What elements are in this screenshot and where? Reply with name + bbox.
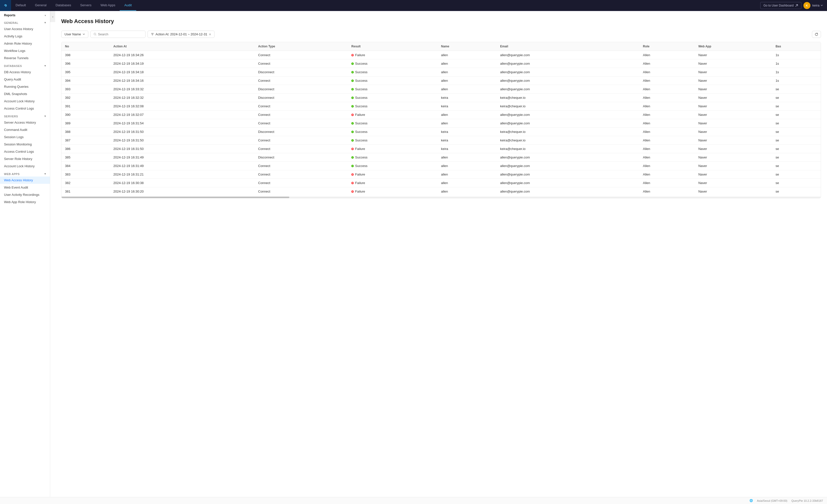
- result-badge: ✓Success: [351, 70, 434, 74]
- sidebar-item-activity-logs[interactable]: Activity Logs: [0, 33, 50, 40]
- sidebar-item-reverse-tunnels[interactable]: Reverse Tunnels: [0, 54, 50, 62]
- search-input[interactable]: [98, 32, 142, 36]
- failure-icon: ✕: [351, 182, 354, 184]
- result-badge: ✕Failure: [351, 189, 434, 193]
- cell-action-type: Disconnect: [255, 128, 348, 136]
- cell-web-app: Naver: [695, 136, 772, 145]
- cell-role: Allen: [639, 170, 695, 179]
- sidebar-item-db-access-control-logs[interactable]: Access Control Logs: [0, 105, 50, 112]
- failure-icon: ✕: [351, 54, 354, 56]
- cell-web-app: Naver: [695, 68, 772, 76]
- nav-tab-databases[interactable]: Databases: [51, 0, 76, 11]
- refresh-button[interactable]: [812, 31, 821, 38]
- cell-result: ✓Success: [348, 153, 437, 162]
- cell-email: allen@querypie.com: [496, 187, 639, 196]
- sidebar-item-session-logs[interactable]: Session Logs: [0, 133, 50, 141]
- cell-web-app: Naver: [695, 76, 772, 85]
- sidebar-item-srv-access-control-logs[interactable]: Access Control Logs: [0, 148, 50, 155]
- table-row: 381 2024-12-19 16:30:20 Connect ✕Failure…: [61, 187, 821, 196]
- sidebar-item-running-queries[interactable]: Running Queries: [0, 83, 50, 90]
- sidebar-item-web-event-audit[interactable]: Web Event Audit: [0, 184, 50, 191]
- sidebar-item-query-audit[interactable]: Query Audit: [0, 76, 50, 83]
- cell-bas: se: [772, 119, 821, 128]
- go-dashboard-button[interactable]: Go to User Dashboard: [760, 2, 801, 9]
- result-badge: ✓Success: [351, 62, 434, 65]
- sidebar-item-srv-account-lock-history[interactable]: Account Lock History: [0, 163, 50, 170]
- table-body: 398 2024-12-19 16:34:26 Connect ✕Failure…: [61, 51, 821, 196]
- success-icon: ✓: [351, 71, 354, 73]
- cell-action-at: 2024-12-19 16:31:50: [110, 128, 255, 136]
- result-badge: ✓Success: [351, 87, 434, 91]
- table-row: 395 2024-12-19 16:34:18 Disconnect ✓Succ…: [61, 68, 821, 76]
- col-web-app: Web App: [695, 42, 772, 51]
- sidebar-item-db-access-history[interactable]: DB Access History: [0, 68, 50, 76]
- cell-role: Allen: [639, 187, 695, 196]
- scrollbar-thumb[interactable]: [61, 197, 289, 198]
- cell-bas: se: [772, 179, 821, 187]
- cell-no: 396: [61, 59, 110, 68]
- cell-name: keira: [438, 136, 496, 145]
- sidebar-item-workflow-logs[interactable]: Workflow Logs: [0, 47, 50, 54]
- sidebar-item-server-access-history[interactable]: Server Access History: [0, 119, 50, 126]
- webapps-group-label[interactable]: Web Apps ▾: [0, 170, 50, 176]
- user-name[interactable]: keira: [813, 3, 823, 7]
- cell-action-type: Connect: [255, 162, 348, 170]
- nav-tab-general[interactable]: General: [30, 0, 51, 11]
- sidebar-item-session-monitoring[interactable]: Session Monitoring: [0, 141, 50, 148]
- cell-action-at: 2024-12-19 16:32:08: [110, 102, 255, 111]
- sidebar-item-web-app-role-history[interactable]: Web App Role History: [0, 198, 50, 206]
- cell-action-at: 2024-12-19 16:31:49: [110, 162, 255, 170]
- sidebar-item-dml-snapshots[interactable]: DML Snapshots: [0, 90, 50, 98]
- cell-name: allen: [438, 76, 496, 85]
- servers-group-label[interactable]: Servers ▾: [0, 112, 50, 119]
- result-badge: ✓Success: [351, 121, 434, 125]
- table-row: 389 2024-12-19 16:31:54 Connect ✓Success…: [61, 119, 821, 128]
- sidebar-item-db-account-lock-history[interactable]: Account Lock History: [0, 98, 50, 105]
- cell-bas: 1s: [772, 76, 821, 85]
- nav-tab-default[interactable]: Default: [11, 0, 30, 11]
- cell-action-at: 2024-12-19 16:34:16: [110, 76, 255, 85]
- general-group-label[interactable]: General ▾: [0, 18, 50, 25]
- cell-role: Allen: [639, 162, 695, 170]
- close-icon[interactable]: [209, 33, 211, 36]
- cell-email: keira@chequer.io: [496, 94, 639, 102]
- search-box[interactable]: [90, 31, 146, 38]
- webapps-chevron-icon: ▾: [44, 172, 46, 175]
- date-filter-button[interactable]: Action At: 2024-12-01 ~ 2024-12-31: [148, 31, 214, 38]
- user-name-filter-dropdown[interactable]: User Name: [61, 31, 88, 38]
- nav-tab-servers[interactable]: Servers: [76, 0, 96, 11]
- table-row: 392 2024-12-19 16:32:32 Disconnect ✓Succ…: [61, 94, 821, 102]
- cell-email: keira@chequer.io: [496, 136, 639, 145]
- cell-name: allen: [438, 51, 496, 59]
- sidebar-item-server-role-history[interactable]: Server Role History: [0, 155, 50, 163]
- cell-email: allen@querypie.com: [496, 162, 639, 170]
- cell-no: 382: [61, 179, 110, 187]
- table-row: 382 2024-12-19 16:30:38 Connect ✕Failure…: [61, 179, 821, 187]
- cell-name: allen: [438, 119, 496, 128]
- cell-name: allen: [438, 111, 496, 119]
- cell-action-type: Connect: [255, 76, 348, 85]
- col-no: No: [61, 42, 110, 51]
- sidebar-item-user-activity-recordings[interactable]: User Activity Recordings: [0, 191, 50, 198]
- sidebar-item-command-audit[interactable]: Command Audit: [0, 126, 50, 133]
- toolbar: User Name Action At: 2024-12-01 ~ 2024-1…: [61, 31, 821, 38]
- databases-group-label[interactable]: Databases ▾: [0, 62, 50, 68]
- cell-name: allen: [438, 153, 496, 162]
- cell-web-app: Naver: [695, 85, 772, 94]
- nav-tab-audit[interactable]: Audit: [120, 0, 136, 11]
- horizontal-scrollbar[interactable]: [61, 197, 821, 198]
- cell-role: Allen: [639, 111, 695, 119]
- sidebar-item-admin-role-history[interactable]: Admin Role History: [0, 40, 50, 47]
- sidebar-collapse-button[interactable]: ‹: [50, 11, 55, 22]
- page-title: Web Access History: [61, 18, 821, 24]
- cell-email: allen@querypie.com: [496, 59, 639, 68]
- sidebar-item-user-access-history[interactable]: User Access History: [0, 25, 50, 33]
- cell-email: allen@querypie.com: [496, 85, 639, 94]
- sidebar-item-web-access-history[interactable]: Web Access History: [0, 176, 50, 184]
- cell-bas: 1s: [772, 51, 821, 59]
- cell-bas: se: [772, 85, 821, 94]
- nav-tab-webapps[interactable]: Web Apps: [96, 0, 120, 11]
- cell-email: keira@chequer.io: [496, 145, 639, 153]
- reports-section-header[interactable]: Reports ▾: [0, 11, 50, 18]
- success-icon: ✓: [351, 62, 354, 65]
